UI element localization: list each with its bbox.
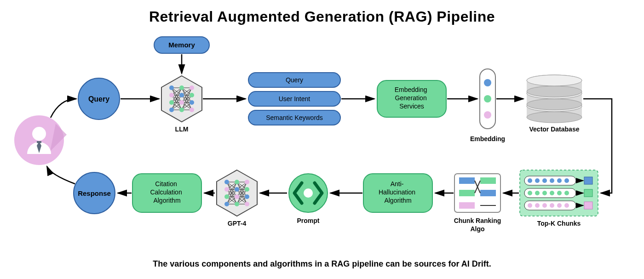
- svg-point-46: [190, 85, 194, 90]
- svg-point-48: [190, 100, 194, 105]
- svg-point-61: [527, 112, 582, 123]
- chunk-rank-label: Chunk Ranking Algo: [450, 217, 505, 233]
- svg-point-150: [235, 187, 239, 192]
- svg-point-44: [179, 100, 184, 105]
- svg-point-85: [550, 191, 554, 195]
- svg-point-93: [542, 203, 547, 208]
- query-label: Query: [88, 95, 109, 103]
- user-icon: [14, 115, 67, 165]
- response-node: Response: [74, 172, 115, 214]
- topk-node: [520, 170, 598, 216]
- svg-point-87: [564, 191, 569, 195]
- svg-point-111: [304, 188, 313, 198]
- svg-rect-98: [584, 202, 592, 209]
- svg-rect-2: [37, 141, 41, 143]
- svg-point-153: [245, 180, 249, 184]
- svg-point-47: [190, 93, 194, 97]
- svg-point-1: [32, 127, 46, 141]
- svg-point-38: [169, 85, 174, 90]
- svg-point-83: [535, 191, 540, 195]
- svg-rect-100: [459, 177, 475, 184]
- svg-rect-103: [480, 190, 496, 196]
- svg-point-155: [245, 194, 249, 199]
- svg-point-86: [557, 191, 562, 195]
- intent-pill: User Intent: [248, 91, 340, 106]
- svg-point-94: [550, 203, 554, 208]
- svg-point-65: [527, 99, 582, 110]
- svg-marker-112: [217, 170, 257, 216]
- svg-point-58: [484, 111, 491, 119]
- response-label: Response: [78, 189, 111, 197]
- svg-point-147: [224, 194, 229, 199]
- svg-point-39: [169, 93, 174, 97]
- vector-db-label: Vector Database: [524, 125, 584, 133]
- svg-point-145: [224, 180, 229, 184]
- svg-marker-5: [161, 76, 202, 122]
- svg-point-91: [528, 203, 532, 208]
- svg-point-152: [235, 202, 239, 206]
- prompt-label: Prompt: [292, 217, 324, 224]
- memory-label: Memory: [168, 41, 195, 49]
- svg-point-148: [224, 202, 229, 206]
- svg-point-156: [245, 202, 249, 206]
- query-pill: Query: [248, 73, 340, 87]
- svg-point-76: [550, 178, 554, 183]
- svg-point-77: [557, 178, 562, 183]
- stack-intent-label: User Intent: [279, 95, 310, 102]
- svg-rect-102: [459, 190, 475, 196]
- query-node: Query: [78, 78, 120, 120]
- svg-rect-101: [480, 177, 496, 184]
- svg-point-146: [224, 187, 229, 192]
- svg-point-49: [190, 108, 194, 112]
- svg-rect-104: [459, 202, 475, 209]
- embedding-node: [480, 69, 495, 129]
- svg-rect-89: [584, 189, 592, 197]
- diagram-title: Retrieval Augmented Generation (RAG) Pip…: [0, 8, 644, 25]
- svg-point-82: [528, 191, 532, 195]
- svg-rect-80: [584, 177, 592, 184]
- svg-point-45: [179, 108, 184, 112]
- svg-point-95: [557, 203, 562, 208]
- stack-query-label: Query: [286, 76, 303, 84]
- diagram-canvas: Query Memory: [0, 0, 644, 279]
- svg-text:Embedding
        Generation
 : Embedding Generation Services: [395, 86, 429, 110]
- svg-point-70: [527, 75, 582, 86]
- svg-point-41: [169, 108, 174, 112]
- svg-point-84: [542, 191, 547, 195]
- memory-node: Memory: [154, 37, 209, 53]
- llm-node: [161, 76, 202, 122]
- prompt-node: [289, 174, 328, 212]
- svg-point-75: [542, 178, 547, 183]
- gpt4-label: GPT-4: [223, 220, 251, 227]
- svg-point-57: [484, 95, 491, 102]
- svg-point-154: [245, 187, 249, 192]
- llm-label: LLM: [170, 125, 193, 133]
- embedding-label: Embedding: [465, 135, 511, 142]
- svg-point-73: [528, 178, 532, 183]
- topk-label: Top-K Chunks: [529, 220, 589, 227]
- diagram-caption: The various components and algorithms in…: [0, 259, 644, 269]
- svg-text:Citation
        Calculation
 : Citation Calculation Algorithm: [150, 180, 184, 204]
- svg-point-42: [179, 85, 184, 90]
- stack-keywords-label: Semantic Keywords: [266, 114, 323, 121]
- embed-service-node: Embedding Generation Services: [377, 80, 446, 117]
- svg-point-92: [535, 203, 540, 208]
- keywords-pill: Semantic Keywords: [248, 110, 340, 125]
- chunk-rank-node: [454, 174, 500, 212]
- svg-point-40: [169, 100, 174, 105]
- gpt4-node: [217, 170, 257, 216]
- svg-point-78: [564, 178, 569, 183]
- svg-point-69: [527, 86, 582, 97]
- svg-point-149: [235, 180, 239, 184]
- svg-point-56: [484, 79, 491, 86]
- svg-point-96: [564, 203, 569, 208]
- svg-point-74: [535, 178, 540, 183]
- anti-hallucination-node: Anti- Hallucination Algorithm: [363, 174, 432, 212]
- svg-point-43: [179, 93, 184, 97]
- vector-db-icon: [527, 75, 582, 123]
- citation-node: Citation Calculation Algorithm: [132, 174, 201, 212]
- svg-point-151: [235, 194, 239, 199]
